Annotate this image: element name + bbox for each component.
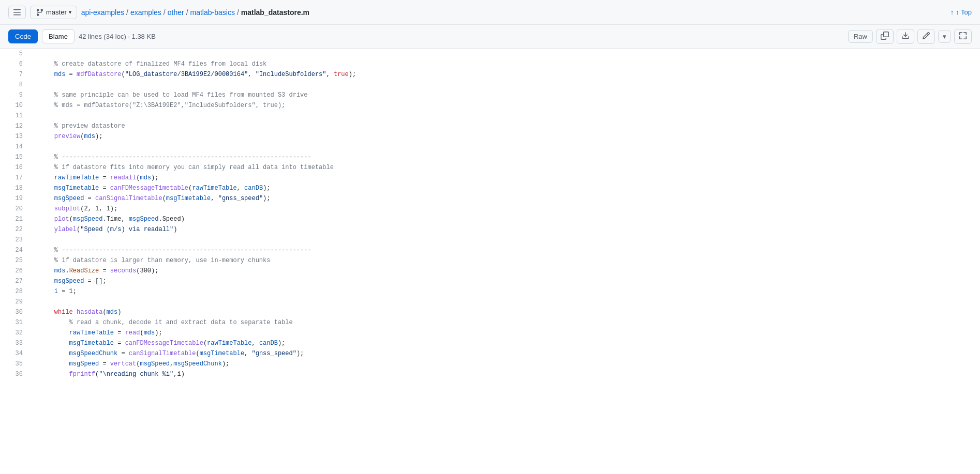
line-number: 26 [0,266,31,276]
line-number: 5 [0,49,31,59]
line-number: 33 [0,338,31,348]
var-blue-token: msgTimetable [200,350,244,357]
line-number: 36 [0,369,31,379]
table-row: 17 rawTimeTable = readall(mds); [0,173,980,183]
fn-token: vertcat [110,360,136,368]
line-number: 10 [0,100,31,111]
var-blue-token: mds [84,133,95,140]
expand-button[interactable] [954,29,972,44]
line-number: 29 [0,297,31,307]
table-row: 29 [0,297,980,307]
copy-button[interactable] [876,29,894,44]
fn-token: canFDMessageTimetable [110,185,188,192]
line-number: 19 [0,193,31,204]
line-code: % if datastore is larger than memory, us… [31,255,980,266]
fn-token: hasdata [77,309,102,316]
line-code: ylabel("Speed (m/s) via readall") [31,224,980,235]
line-number: 23 [0,235,31,245]
expand-icon [959,32,967,41]
breadcrumb-matlab-basics[interactable]: matlab-basics [190,8,235,17]
line-number: 32 [0,328,31,338]
file-header-left: Code Blame 42 lines (34 loc) · 1.38 KB [8,29,156,43]
line-number: 25 [0,255,31,266]
table-row: 6 % create datastore of finalized MF4 fi… [0,59,980,69]
branch-selector-button[interactable]: master ▾ [30,6,77,19]
fn-token: seconds [110,267,136,274]
sidebar-toggle-button[interactable] [8,6,26,19]
line-number: 24 [0,245,31,255]
var-blue-token: msgSpeed [54,278,84,285]
top-bar-left: master ▾ api-examples / examples / other… [8,6,309,19]
copy-icon [881,32,889,41]
table-row: 20 subplot(2, 1, 1); [0,204,980,214]
table-row: 32 rawTimeTable = read(mds); [0,328,980,338]
table-row: 28 i = 1; [0,286,980,297]
table-row: 35 msgSpeed = vertcat(msgSpeed,msgSpeedC… [0,359,980,369]
breadcrumb-sep-4: / [237,8,239,17]
line-code [31,49,980,59]
line-code: % same principle can be used to load MF4… [31,90,980,100]
str-token: "Speed (m/s) via readall" [80,226,173,233]
file-meta: 42 lines (34 loc) · 1.38 KB [79,33,156,40]
line-number: 17 [0,173,31,183]
table-row: 11 [0,111,980,121]
table-row: 34 msgSpeedChunk = canSignalTimetable(ms… [0,348,980,359]
cmt-token: % mds = mdfDatastore("Z:\3BA199E2","Incl… [39,102,285,109]
top-link[interactable]: ↑ ↑ Top [951,8,972,16]
cmt-token: % create datastore of finalized MF4 file… [39,60,266,68]
breadcrumb-api-examples[interactable]: api-examples [81,8,124,17]
var-blue-token: rawTimeTable [207,340,251,347]
fn-token: canSignalTimetable [129,350,196,357]
top-arrow-icon: ↑ [951,8,954,16]
download-button[interactable] [897,29,914,44]
line-code: fprintf("\nreading chunk %i",i) [31,369,980,379]
breadcrumb-examples[interactable]: examples [130,8,161,17]
table-row: 33 msgTimetable = canFDMessageTimetable(… [0,338,980,348]
line-code: plot(msgSpeed.Time, msgSpeed.Speed) [31,214,980,224]
line-number: 6 [0,59,31,69]
line-code [31,297,980,307]
fn-token: mdfDatastore [77,71,121,78]
more-options-button[interactable]: ▾ [938,30,951,43]
var-blue-token: msgTimetable [54,185,99,192]
var-blue-token: rawTimeTable [192,185,236,192]
cmt-token: % if datastore is larger than memory, us… [39,257,270,264]
code-tab-button[interactable]: Code [8,29,38,43]
table-row: 31 % read a chunk, decode it and extract… [0,317,980,328]
breadcrumb-filename: matlab_datastore.m [241,8,309,17]
edit-icon [922,32,930,41]
raw-button[interactable]: Raw [848,30,873,43]
var-blue-token: mds [54,267,66,274]
table-row: 16 % if datastore fits into memory you c… [0,162,980,173]
table-row: 19 msgSpeed = canSignalTimetable(msgTime… [0,193,980,204]
line-number: 20 [0,204,31,214]
table-row: 15 % -----------------------------------… [0,152,980,162]
var-blue-token: msgSpeed [129,216,159,223]
branch-dropdown-icon: ▾ [69,9,71,15]
fn-token: subplot [54,205,80,212]
var-blue-token: canDB [244,185,263,192]
blame-tab-button[interactable]: Blame [42,29,75,43]
table-row: 13 preview(mds); [0,131,980,142]
str-token: "\nreading chunk %i" [99,371,173,378]
line-number: 28 [0,286,31,297]
var-blue-token: msgSpeedChunk [173,360,222,368]
table-row: 18 msgTimetable = canFDMessageTimetable(… [0,183,980,193]
fn-token: ylabel [54,226,77,233]
line-code: i = 1; [31,286,980,297]
table-row: 8 [0,80,980,90]
table-row: 5 [0,49,980,59]
line-code: rawTimeTable = read(mds); [31,328,980,338]
cmt-token: % preview datastore [39,123,125,130]
edit-button[interactable] [917,29,935,44]
breadcrumb-sep-2: / [164,8,166,17]
line-number: 35 [0,359,31,369]
breadcrumb-other[interactable]: other [168,8,184,17]
var-blue-token: msgSpeed [69,360,99,368]
table-row: 27 msgSpeed = []; [0,276,980,286]
str-token: "LOG_datastore/3BA199E2/00000164" [125,71,248,78]
line-code: msgTimetable = canFDMessageTimetable(raw… [31,183,980,193]
var-blue-token: msgSpeed [73,216,103,223]
top-bar: master ▾ api-examples / examples / other… [0,0,980,25]
table-row: 9 % same principle can be used to load M… [0,90,980,100]
